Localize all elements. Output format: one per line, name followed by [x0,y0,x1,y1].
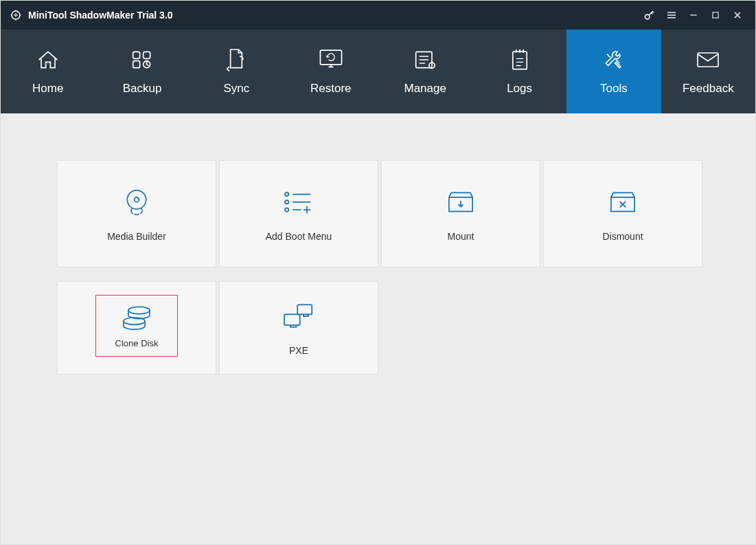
tools-icon [600,47,628,72]
app-title: MiniTool ShadowMaker Trial 3.0 [28,10,173,21]
card-label: PXE [289,345,308,356]
tools-grid-row2: Clone Disk PXE [57,281,699,375]
svg-rect-20 [284,314,300,325]
restore-icon [317,47,345,72]
monitors-icon [278,300,319,333]
highlight-box: Clone Disk [95,295,178,357]
svg-point-17 [128,307,150,313]
card-label: Mount [448,231,474,242]
logs-icon [508,47,531,72]
svg-point-16 [285,208,288,212]
nav-label: Logs [507,82,532,96]
minimize-button[interactable] [683,4,705,26]
main-nav: Home Backup Sync Restore Manage Logs T [1,30,755,113]
nav-label: Tools [600,82,628,96]
titlebar: MiniTool ShadowMaker Trial 3.0 [1,1,755,30]
svg-point-12 [127,190,146,209]
app-logo-icon [9,8,23,22]
content-area: Media Builder Add Boot Menu Mount Dismou… [1,113,755,545]
close-button[interactable] [726,4,748,26]
key-icon[interactable] [639,4,661,26]
list-plus-icon [278,186,319,219]
nav-sync[interactable]: Sync [190,30,284,113]
svg-rect-4 [144,52,150,58]
maximize-button[interactable] [705,4,726,26]
box-x-icon [602,186,643,219]
nav-label: Home [32,82,63,96]
svg-point-13 [135,197,139,202]
card-label: Media Builder [107,231,166,242]
nav-label: Restore [310,82,352,96]
nav-restore[interactable]: Restore [284,30,378,113]
svg-rect-19 [297,304,312,314]
disk-stack-icon [116,304,157,331]
svg-point-14 [285,192,288,196]
sync-icon [224,47,249,72]
nav-feedback[interactable]: Feedback [661,30,755,113]
nav-label: Sync [224,82,250,96]
svg-rect-3 [133,52,140,58]
pxe-card[interactable]: PXE [219,281,378,375]
dismount-card[interactable]: Dismount [543,160,702,267]
nav-home[interactable]: Home [1,30,95,113]
disc-icon [116,186,157,219]
mount-card[interactable]: Mount [381,160,540,267]
feedback-icon [694,47,722,72]
box-down-icon [440,186,481,219]
svg-rect-2 [713,12,718,18]
manage-icon [411,47,439,72]
nav-backup[interactable]: Backup [95,30,189,113]
home-icon [34,47,62,72]
menu-icon[interactable] [661,4,683,26]
tools-grid-row1: Media Builder Add Boot Menu Mount Dismou… [57,160,699,267]
card-label: Dismount [602,231,643,242]
card-label: Clone Disk [115,338,159,348]
svg-point-1 [645,14,650,19]
nav-tools[interactable]: Tools [566,30,661,113]
nav-manage[interactable]: Manage [378,30,472,113]
clone-disk-card[interactable]: Clone Disk [57,281,216,375]
backup-icon [128,47,156,72]
media-builder-card[interactable]: Media Builder [57,160,216,267]
svg-point-15 [285,200,288,203]
nav-label: Manage [404,82,446,96]
svg-rect-10 [512,52,526,69]
svg-rect-5 [133,61,140,68]
nav-label: Backup [123,82,162,96]
card-label: Add Boot Menu [266,231,332,242]
add-boot-menu-card[interactable]: Add Boot Menu [219,160,378,267]
svg-rect-11 [698,53,718,67]
svg-rect-7 [320,50,341,65]
nav-logs[interactable]: Logs [472,30,566,113]
nav-label: Feedback [683,82,734,96]
